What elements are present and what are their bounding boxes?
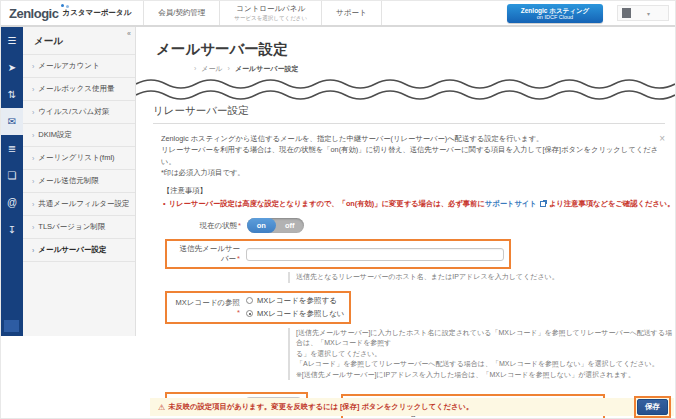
toggle-off-segment[interactable]: off <box>276 218 305 233</box>
account-dropdown[interactable]: ▾ <box>617 5 669 21</box>
collapse-sidebar-icon[interactable]: « <box>127 30 131 37</box>
notice-block: 【注意事項】 •リレーサーバー設定は高度な設定となりますので、「on(有効)」に… <box>163 186 675 209</box>
mx-no-refer-radio[interactable]: MXレコードを参照しない <box>246 309 344 319</box>
chevron-right-icon: › <box>32 63 34 70</box>
nav-support[interactable]: サポート <box>321 1 382 25</box>
at-icon[interactable]: @ <box>1 189 23 216</box>
nav-control-panel[interactable]: コントロールパネル サービスを選択してください <box>219 1 321 25</box>
sidebar-item-tls-version[interactable]: ›TLSバージョン制限 <box>23 215 135 238</box>
sidebar-item-mailing-list[interactable]: ›メーリングリスト(fml) <box>23 146 135 169</box>
logo-dots-icon <box>61 4 64 7</box>
chevron-right-icon: › <box>32 201 34 208</box>
section-title: リレーサーバー設定 <box>153 104 665 124</box>
chevron-right-icon: › <box>32 224 34 231</box>
zenlogic-hosting-button[interactable]: Zenlogic ホスティング on IDCF Cloud <box>507 4 603 23</box>
warning-message: ⚠ 未反映の設定項目があります。変更を反映するには [保存] ボタンをクリックし… <box>158 402 473 412</box>
breadcrumb-mail-link[interactable]: メール <box>201 65 222 72</box>
logo-subtext: カスタマーポータル <box>62 8 131 18</box>
sidebar-item-mail-server-settings[interactable]: ›メールサーバー設定 <box>23 238 135 262</box>
intro-line: *印は必須入力項目です。 <box>161 167 659 178</box>
server-row-highlight: 送信先メールサーバー* <box>165 239 511 269</box>
chevron-right-icon: › <box>32 155 34 162</box>
page-title: メールサーバー設定 <box>156 40 675 59</box>
chevron-right-icon: › <box>32 132 34 139</box>
sidebar-item-mail-account[interactable]: ›メールアカウント <box>23 54 135 77</box>
mail-icon[interactable]: ✉ <box>1 108 23 135</box>
save-button-highlight: 保存 <box>634 396 671 418</box>
intro-note: Zenlogic ホスティングから送信するメールを、指定した中継サーバー(リレー… <box>161 133 659 178</box>
rail-bottom-button[interactable] <box>4 320 19 332</box>
app-window: Zenlogic カスタマーポータル 会員/契約管理 コントロールパネル サービ… <box>0 0 676 419</box>
zenlogic-logo[interactable]: Zenlogic カスタマーポータル <box>1 1 143 25</box>
status-row: 現在の状態* on off <box>173 218 675 233</box>
save-button[interactable]: 保存 <box>637 399 668 415</box>
chevron-right-icon: › <box>32 109 34 116</box>
sidebar-item-common-mail-filter[interactable]: ›共通メールフィルター設定 <box>23 192 135 215</box>
sidebar-title: メール « <box>23 27 135 54</box>
status-label: 現在の状態* <box>173 221 247 231</box>
sidebar-item-dkim[interactable]: ›DKIM設定 <box>23 123 135 146</box>
compass-icon[interactable]: ➤ <box>1 54 23 81</box>
mx-refer-radio[interactable]: MXレコードを参照する <box>246 296 344 306</box>
support-site-link[interactable]: サポートサイト <box>485 199 537 208</box>
mx-help: [送信先メールサーバー]に入力したホスト名に設定されている「MXレコード」を参照… <box>288 328 675 381</box>
nav-member-management[interactable]: 会員/契約管理 <box>143 1 219 25</box>
logo-text: Zenlogic <box>9 6 58 21</box>
chevron-right-icon: › <box>32 178 34 185</box>
chevron-down-icon: ▾ <box>647 10 650 17</box>
intro-line: Zenlogic ホスティングから送信するメールを、指定した中継サーバー(リレー… <box>161 133 659 144</box>
sidebar-item-sender-restriction[interactable]: ›メール送信元制限 <box>23 169 135 192</box>
server-input[interactable] <box>246 248 504 261</box>
header-right: Zenlogic ホスティング on IDCF Cloud ▾ <box>507 1 675 25</box>
avatar <box>622 8 631 18</box>
chevron-right-icon: › <box>32 247 34 254</box>
header-nav: 会員/契約管理 コントロールパネル サービスを選択してください サポート <box>143 1 381 25</box>
folder-icon[interactable]: ❏ <box>1 162 23 189</box>
sidebar-item-mailbox-usage[interactable]: ›メールボックス使用量 <box>23 77 135 100</box>
breadcrumb-current: メールサーバー設定 <box>235 65 299 72</box>
unsaved-warning-bar: ⚠ 未反映の設定項目があります。変更を反映するには [保存] ボタンをクリックし… <box>150 398 674 416</box>
mx-label: MXレコードの参照* <box>172 298 246 317</box>
top-header: Zenlogic カスタマーポータル 会員/契約管理 コントロールパネル サービ… <box>1 1 675 27</box>
sidebar-item-virus-spam[interactable]: ›ウイルス/スパム対策 <box>23 100 135 123</box>
deploy-icon[interactable]: ↧ <box>1 216 23 243</box>
mx-row-highlight: MXレコードの参照* MXレコードを参照する MXレコードを参照しない <box>165 291 351 324</box>
server-label: 送信先メールサーバー* <box>172 244 246 264</box>
external-link-icon <box>540 201 546 207</box>
intro-line: リレーサーバーを利用する場合は、現在の状態を「on(有効)」に切り替え、送信先サ… <box>161 144 659 167</box>
status-toggle[interactable]: on off <box>247 218 304 233</box>
close-icon[interactable]: × <box>659 135 665 143</box>
server-icon[interactable]: ≣ <box>1 135 23 162</box>
breadcrumb: › メール › メールサーバー設定 <box>191 64 675 74</box>
main-content: メールサーバー設定 › メール › メールサーバー設定 リレーサーバー設定 Ze… <box>136 27 675 418</box>
warning-icon: ⚠ <box>158 403 165 412</box>
radio-checked-icon[interactable] <box>246 310 253 317</box>
toggle-on-segment[interactable]: on <box>247 218 276 233</box>
server-help: 送信先となるリレーサーバーのホスト名、またはIPアドレスを入力してください。 <box>288 272 675 283</box>
notice-heading: 【注意事項】 <box>163 186 675 196</box>
sidebar-icon-rail: ☰ ➤ ⇅ ✉ ≣ ❏ @ ↧ <box>1 27 23 336</box>
chevron-right-icon: › <box>32 86 34 93</box>
sidebar-panel: メール « ›メールアカウント ›メールボックス使用量 ›ウイルス/スパム対策 … <box>23 27 136 336</box>
menu-icon[interactable]: ☰ <box>1 27 23 54</box>
torn-content-separator <box>136 77 675 103</box>
radio-unchecked-icon[interactable] <box>246 297 253 304</box>
notice-bullet: •リレーサーバー設定は高度な設定となりますので、「on(有効)」に変更する場合は… <box>163 199 675 209</box>
transfer-icon[interactable]: ⇅ <box>1 81 23 108</box>
